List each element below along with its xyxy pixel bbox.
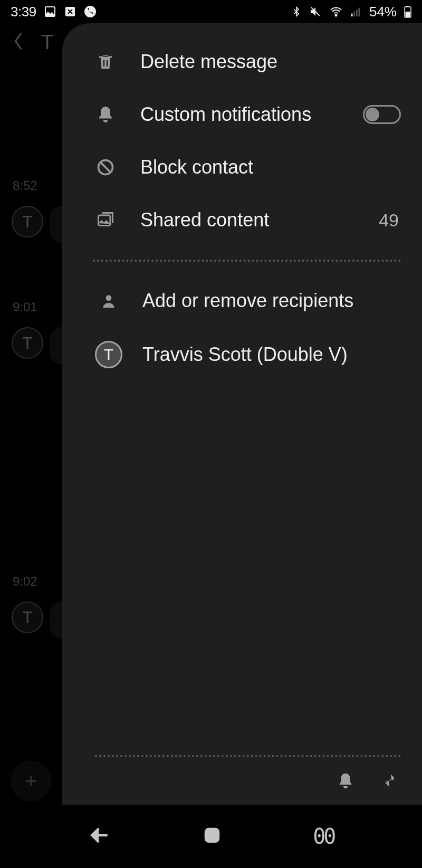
chat-title-initial: T	[41, 31, 53, 54]
nav-back-button[interactable]	[88, 824, 111, 849]
phone-circle-icon	[84, 5, 97, 18]
image-icon	[44, 5, 56, 18]
wifi-icon	[329, 5, 343, 18]
nav-recents-button[interactable]: 00	[313, 824, 334, 848]
divider	[93, 260, 401, 262]
recipient-item[interactable]: T Travvis Scott (Double V)	[95, 341, 401, 368]
menu-list: Delete message Custom notifications Bloc…	[95, 51, 401, 231]
close-box-icon	[64, 5, 76, 18]
svg-rect-12	[99, 215, 111, 226]
status-right: 54%	[291, 4, 411, 20]
plus-icon: +	[25, 769, 37, 793]
trash-icon	[95, 51, 116, 72]
contact-avatar[interactable]: T	[12, 206, 43, 237]
battery-icon	[404, 5, 411, 18]
message-time: 9:01	[13, 298, 43, 314]
image-stack-icon	[95, 209, 116, 231]
conversation-menu-panel: Delete message Custom notifications Bloc…	[62, 23, 422, 805]
svg-rect-10	[406, 12, 410, 17]
svg-rect-7	[359, 8, 360, 17]
panel-footer	[95, 755, 401, 792]
shared-content-count: 49	[379, 210, 401, 231]
status-left: 3:39	[11, 4, 97, 20]
person-icon	[95, 287, 122, 314]
custom-notifications-item[interactable]: Custom notifications	[95, 103, 401, 126]
recipients-section: Add or remove recipients T Travvis Scott…	[95, 287, 401, 368]
contact-avatar[interactable]: T	[12, 327, 43, 359]
compose-add-button[interactable]: +	[11, 760, 52, 802]
svg-point-13	[106, 295, 112, 301]
svg-point-3	[335, 15, 337, 16]
menu-label: Block contact	[140, 156, 401, 178]
shared-content-item[interactable]: Shared content 49	[95, 209, 401, 231]
svg-rect-14	[206, 829, 218, 842]
delete-message-item[interactable]: Delete message	[95, 51, 401, 73]
contact-avatar[interactable]: T	[12, 602, 43, 633]
pin-icon[interactable]	[379, 772, 397, 792]
block-icon	[95, 157, 116, 178]
add-remove-recipients-item[interactable]: Add or remove recipients	[95, 287, 401, 314]
nav-home-button[interactable]	[203, 826, 222, 847]
back-icon[interactable]	[12, 30, 26, 55]
battery-percent: 54%	[369, 4, 397, 20]
message-time: 8:52	[13, 176, 43, 193]
svg-point-2	[84, 6, 96, 17]
message-time: 9:02	[13, 572, 43, 589]
bluetooth-icon	[291, 5, 302, 18]
svg-rect-6	[356, 9, 358, 16]
menu-label: Add or remove recipients	[142, 290, 353, 312]
mute-icon	[309, 5, 322, 18]
svg-rect-9	[406, 6, 409, 7]
custom-notifications-toggle[interactable]	[363, 105, 401, 124]
status-bar: 3:39 54%	[0, 0, 422, 23]
block-contact-item[interactable]: Block contact	[95, 156, 401, 178]
menu-label: Custom notifications	[140, 103, 339, 126]
svg-rect-5	[353, 12, 355, 16]
bell-icon	[95, 104, 116, 125]
recipient-name: Travvis Scott (Double V)	[142, 344, 348, 366]
bell-icon[interactable]	[337, 772, 354, 792]
status-clock: 3:39	[11, 4, 36, 20]
menu-label: Shared content	[140, 209, 354, 231]
recipient-avatar: T	[95, 341, 122, 368]
svg-rect-4	[351, 14, 353, 16]
system-nav-bar: 00	[0, 805, 422, 868]
menu-label: Delete message	[140, 51, 401, 73]
signal-icon	[350, 6, 362, 17]
